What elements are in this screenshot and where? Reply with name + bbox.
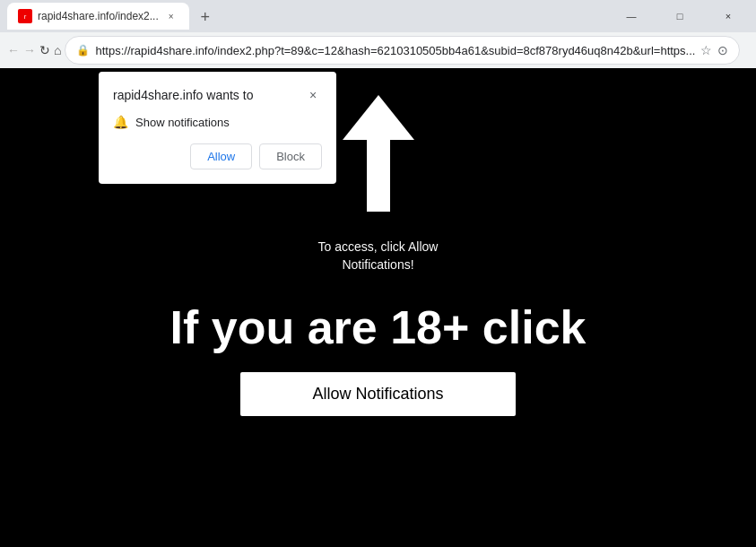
forward-button[interactable]: →: [23, 36, 36, 65]
title-bar: r rapid4share.info/index2... × + — □ ×: [0, 0, 756, 32]
tab-title: rapid4share.info/index2...: [38, 10, 159, 22]
browser-frame: r rapid4share.info/index2... × + — □ × ←…: [0, 0, 756, 547]
popup-block-button[interactable]: Block: [259, 143, 322, 169]
big-text: If you are 18+ click: [170, 300, 587, 354]
account-icon[interactable]: ⊙: [717, 43, 728, 57]
refresh-button[interactable]: ↻: [39, 36, 50, 65]
nav-bar: ← → ↻ ⌂ 🔒 https://rapid4share.info/index…: [0, 32, 756, 68]
close-button[interactable]: ×: [708, 0, 749, 32]
lock-icon: 🔒: [76, 44, 90, 56]
tab-close-button[interactable]: ×: [164, 9, 178, 23]
arrow-head: [343, 95, 414, 140]
home-button[interactable]: ⌂: [54, 36, 61, 65]
access-text: To access, click Allow Notifications!: [318, 239, 439, 274]
maximize-button[interactable]: □: [659, 0, 700, 32]
new-tab-button[interactable]: +: [193, 4, 218, 30]
popup-title: rapid4share.info wants to: [113, 88, 253, 102]
bookmark-icon[interactable]: ☆: [700, 43, 712, 57]
arrow-up-icon: [343, 95, 414, 221]
allow-notifications-button[interactable]: Allow Notifications: [240, 372, 515, 416]
popup-allow-button[interactable]: Allow: [190, 143, 252, 169]
tab-favicon: r: [18, 9, 32, 23]
window-controls: — □ ×: [611, 0, 749, 32]
viewport: To access, click Allow Notifications! If…: [0, 68, 756, 547]
popup-notification-row: 🔔 Show notifications: [113, 115, 322, 129]
notification-label: Show notifications: [135, 116, 230, 129]
browser-tab[interactable]: r rapid4share.info/index2... ×: [7, 3, 189, 30]
back-button[interactable]: ←: [7, 36, 20, 65]
minimize-button[interactable]: —: [611, 0, 652, 32]
popup-actions: Allow Block: [113, 143, 322, 169]
tab-strip: r rapid4share.info/index2... × +: [7, 3, 604, 30]
popup-close-button[interactable]: ×: [304, 86, 322, 104]
address-bar[interactable]: 🔒 https://rapid4share.info/index2.php?t=…: [65, 36, 740, 65]
nav-right-buttons: ⋮: [743, 36, 756, 65]
address-text: https://rapid4share.info/index2.php?t=89…: [95, 44, 695, 57]
arrow-shaft: [367, 140, 390, 212]
notification-popup: rapid4share.info wants to × 🔔 Show notif…: [99, 72, 336, 184]
bell-icon: 🔔: [113, 115, 128, 129]
popup-header: rapid4share.info wants to ×: [113, 86, 322, 104]
menu-button[interactable]: ⋮: [743, 36, 756, 65]
